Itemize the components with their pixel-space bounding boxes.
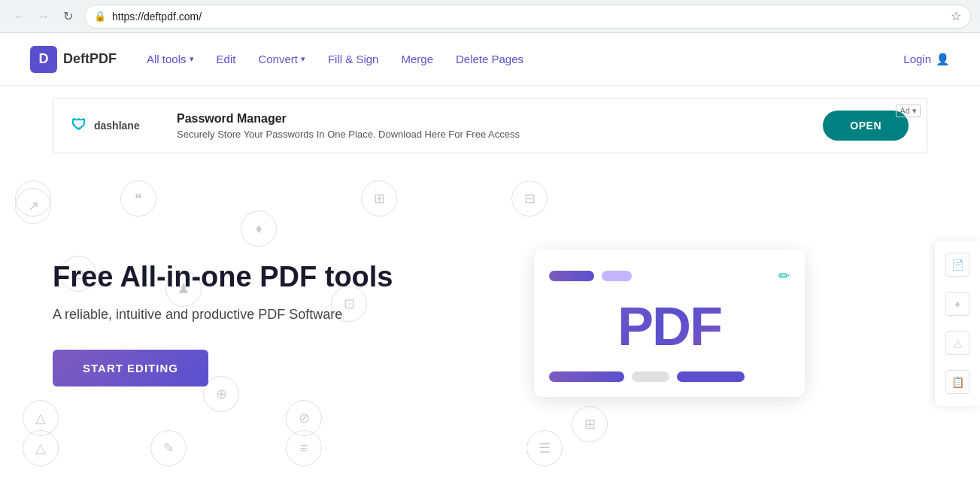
chevron-down-icon: ▾ [301, 54, 305, 64]
hero-preview: ✏ PDF [519, 250, 805, 397]
deco-circle-14: △ [23, 430, 59, 466]
deco-circle-5: ⊟ [511, 180, 548, 217]
edge-icon-4: 📋 [945, 370, 969, 394]
deco-circle-15: ⊘ [286, 400, 322, 436]
bar-dark [677, 371, 745, 382]
card-pills [549, 271, 632, 281]
logo[interactable]: D DeftPDF [30, 46, 117, 73]
card-top: ✏ [549, 268, 790, 284]
nav-all-tools[interactable]: All tools ▾ [147, 53, 194, 65]
pill-purple [549, 271, 594, 281]
address-bar[interactable]: 🔒 ☆ [84, 5, 971, 29]
pencil-icon: ✏ [778, 268, 790, 284]
bookmark-icon[interactable]: ☆ [951, 9, 961, 23]
edge-icon-3: △ [945, 331, 969, 355]
deco-circle-1: ↗ [15, 188, 51, 224]
hero-section: ↗ ❝ ♦ ⊞ ⊟ ◻ ♟ ⊡ ⊟ ⊕ ⊞ △ △ ⊘ ≡ ✎ ☰ Free A… [0, 165, 980, 481]
main-nav: All tools ▾ Edit Convert ▾ Fill & Sign M… [147, 53, 903, 65]
pdf-text: PDF [549, 299, 790, 353]
deco-circle-4: ⊞ [361, 180, 397, 217]
lock-icon: 🔒 [94, 11, 106, 22]
nav-convert[interactable]: Convert ▾ [258, 53, 305, 65]
logo-text: DeftPDF [63, 51, 117, 67]
edge-icon-1: 📄 [945, 253, 969, 277]
website: D DeftPDF All tools ▾ Edit Convert ▾ Fil… [0, 33, 980, 481]
deco-circle-16: ≡ [286, 430, 322, 466]
site-header: D DeftPDF All tools ▾ Edit Convert ▾ Fil… [0, 33, 980, 86]
nav-fill-sign[interactable]: Fill & Sign [328, 53, 379, 65]
nav-delete-pages[interactable]: Delete Pages [456, 53, 523, 65]
deco-circle-2: ❝ [120, 180, 156, 217]
back-button[interactable]: ← [9, 6, 30, 27]
deco-circle-11: ⊞ [572, 406, 608, 442]
browser-chrome: ← → ↻ 🔒 ☆ [0, 0, 980, 33]
ad-banner: Ad ▾ 🛡 dashlane Password Manager Securel… [53, 98, 927, 153]
nav-merge[interactable]: Merge [401, 53, 433, 65]
right-edge-card: 📄 ♦ △ 📋 [935, 241, 980, 406]
hero-content: Free All-in-one PDF tools A reliable, in… [53, 260, 519, 387]
nav-buttons: ← → ↻ [9, 6, 78, 27]
ad-text: Password Manager Securely Store Your Pas… [177, 112, 808, 140]
chevron-down-icon: ▾ [190, 54, 194, 64]
deco-circle-18: ☰ [526, 430, 563, 466]
card-bottom [549, 371, 790, 382]
login-button[interactable]: Login 👤 [903, 53, 950, 66]
forward-button[interactable]: → [33, 6, 54, 27]
ad-title: Password Manager [177, 112, 808, 126]
pill-light [602, 271, 632, 281]
url-input[interactable] [112, 11, 945, 23]
dashlane-logo: 🛡 dashlane [71, 117, 162, 135]
deco-circle-12 [15, 180, 51, 217]
shield-icon: 🛡 [71, 117, 90, 135]
hero-subtitle: A reliable, intuitive and productive PDF… [53, 307, 519, 323]
deco-circle-13: △ [23, 400, 59, 436]
nav-edit[interactable]: Edit [217, 53, 236, 65]
logo-icon: D [30, 46, 57, 73]
start-editing-button[interactable]: START EDITING [53, 350, 208, 387]
ad-subtitle: Securely Store Your Passwords In One Pla… [177, 129, 808, 140]
bar-blue [549, 371, 624, 382]
deco-circle-3: ♦ [241, 211, 277, 247]
hero-title: Free All-in-one PDF tools [53, 260, 519, 295]
header-right: Login 👤 [903, 53, 950, 66]
edge-icon-2: ♦ [945, 292, 969, 316]
user-icon: 👤 [936, 53, 950, 66]
deco-circle-17: ✎ [150, 430, 187, 466]
ad-label: Ad ▾ [896, 105, 921, 117]
reload-button[interactable]: ↻ [57, 6, 78, 27]
bar-mid [632, 371, 669, 382]
pdf-preview-card: ✏ PDF [534, 250, 805, 397]
